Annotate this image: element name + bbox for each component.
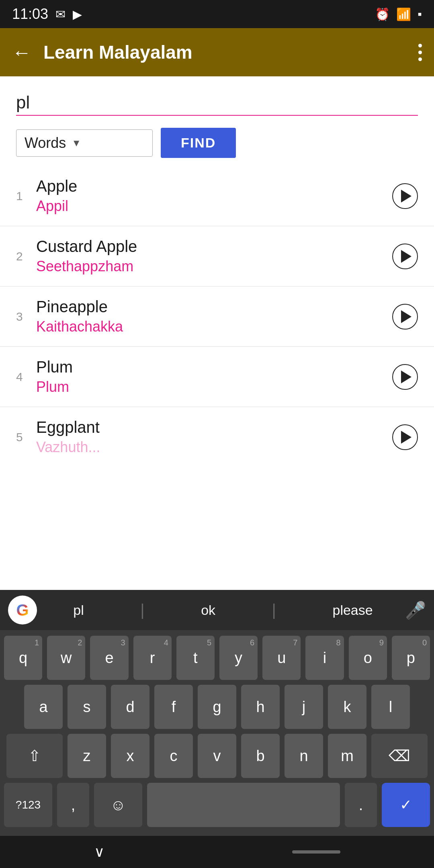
word-transliteration: Kaithachakka [36, 318, 392, 335]
search-input[interactable] [16, 92, 418, 113]
app-bar: ← Learn Malayalam [0, 28, 434, 76]
content-area: Words ▼ FIND 1 Apple Appil 2 Custard App… [0, 76, 434, 590]
word-transliteration: Appil [36, 198, 392, 215]
key-num: 2 [78, 638, 82, 647]
overflow-menu-button[interactable] [418, 44, 422, 61]
key-b[interactable]: b [241, 734, 280, 778]
key-p[interactable]: 0p [392, 636, 430, 680]
key-x[interactable]: x [111, 734, 149, 778]
word-text-wrap: Custard Apple Seethappzham [36, 237, 392, 275]
play-icon [401, 431, 411, 444]
key-h[interactable]: h [241, 685, 280, 729]
google-g-icon: G [16, 601, 29, 619]
word-text-wrap: Eggplant Vazhuth... [36, 418, 392, 456]
play-button[interactable] [392, 244, 418, 269]
key-w[interactable]: 2w [47, 636, 85, 680]
key-l[interactable]: l [371, 685, 410, 729]
suggestion-word-3[interactable]: please [332, 602, 373, 618]
list-item[interactable]: 4 Plum Plum [0, 347, 434, 407]
word-transliteration: Plum [36, 379, 392, 395]
search-input-wrap [16, 92, 418, 116]
key-i[interactable]: 8i [305, 636, 344, 680]
play-button[interactable] [392, 183, 418, 209]
suggestion-words: pl | ok | please [45, 601, 401, 619]
item-number: 2 [16, 250, 36, 263]
key-y[interactable]: 6y [219, 636, 258, 680]
keyboard-row-1: 1q 2w 3e 4r 5t 6y 7u 8i 9o 0p [4, 636, 430, 680]
play-button[interactable] [392, 424, 418, 450]
back-button[interactable]: ← [12, 41, 31, 63]
emoji-key[interactable]: ☺ [94, 783, 142, 827]
key-v[interactable]: v [198, 734, 236, 778]
backspace-key[interactable]: ⌫ [371, 734, 428, 778]
key-t[interactable]: 5t [176, 636, 215, 680]
key-num: 4 [164, 638, 168, 647]
play-button[interactable] [392, 304, 418, 330]
play-icon [401, 310, 411, 323]
key-z[interactable]: z [68, 734, 106, 778]
comma-key[interactable]: , [57, 783, 89, 827]
dropdown-label: Words [25, 135, 66, 151]
menu-dot [418, 44, 422, 47]
key-num: 8 [336, 638, 340, 647]
play-icon [401, 190, 411, 203]
keyboard-row-4: ?123 , ☺ . ✓ [4, 783, 430, 827]
shift-key[interactable]: ⇧ [6, 734, 63, 778]
find-button[interactable]: FIND [161, 128, 236, 158]
list-item[interactable]: 5 Eggplant Vazhuth... [0, 407, 434, 467]
suggestion-word-2[interactable]: ok [201, 602, 215, 618]
key-m[interactable]: m [328, 734, 366, 778]
category-dropdown[interactable]: Words ▼ [16, 129, 153, 157]
keyboard-row-2: a s d f g h j k l [4, 685, 430, 729]
list-item[interactable]: 2 Custard Apple Seethappzham [0, 226, 434, 287]
key-c[interactable]: c [154, 734, 193, 778]
chevron-down-icon: ▼ [72, 137, 81, 149]
key-j[interactable]: j [285, 685, 323, 729]
item-number: 3 [16, 310, 36, 323]
nav-down-icon[interactable]: ∨ [94, 843, 104, 860]
suggestion-bar: G pl | ok | please 🎤 [0, 590, 434, 630]
list-item[interactable]: 1 Apple Appil [0, 166, 434, 226]
period-key[interactable]: . [345, 783, 377, 827]
key-num: 6 [250, 638, 254, 647]
google-logo: G [8, 596, 37, 624]
app-title: Learn Malayalam [43, 41, 418, 63]
key-num: 5 [207, 638, 211, 647]
numbers-key[interactable]: ?123 [4, 783, 52, 827]
key-k[interactable]: k [328, 685, 366, 729]
word-english: Pineapple [36, 298, 392, 316]
filter-row: Words ▼ FIND [0, 120, 434, 166]
play-icon [401, 250, 411, 263]
key-d[interactable]: d [111, 685, 149, 729]
microphone-icon[interactable]: 🎤 [405, 600, 426, 620]
key-num: 7 [293, 638, 297, 647]
key-q[interactable]: 1q [4, 636, 42, 680]
key-e[interactable]: 3e [90, 636, 128, 680]
key-num: 9 [379, 638, 384, 647]
nav-home-pill[interactable] [292, 850, 340, 854]
item-number: 5 [16, 430, 36, 444]
key-g[interactable]: g [198, 685, 236, 729]
menu-dot [418, 57, 422, 61]
word-english: Eggplant [36, 418, 392, 436]
word-transliteration: Vazhuth... [36, 439, 392, 456]
suggestion-divider: | [272, 601, 276, 619]
word-transliteration: Seethappzham [36, 258, 392, 275]
key-s[interactable]: s [68, 685, 106, 729]
list-item[interactable]: 3 Pineapple Kaithachakka [0, 287, 434, 347]
enter-key[interactable]: ✓ [382, 783, 430, 827]
menu-dot [418, 51, 422, 54]
suggestion-word-1[interactable]: pl [73, 602, 84, 618]
key-r[interactable]: 4r [133, 636, 172, 680]
play-button[interactable] [392, 364, 418, 390]
battery-icon: ▪ [418, 7, 422, 21]
key-f[interactable]: f [154, 685, 193, 729]
word-text-wrap: Plum Plum [36, 358, 392, 395]
key-n[interactable]: n [285, 734, 323, 778]
key-o[interactable]: 9o [349, 636, 387, 680]
status-bar: 11:03 ✉ ▶ ⏰ 📶 ▪ [0, 0, 434, 28]
key-a[interactable]: a [24, 685, 63, 729]
space-key[interactable] [147, 783, 340, 827]
key-u[interactable]: 7u [262, 636, 301, 680]
word-list: 1 Apple Appil 2 Custard Apple Seethappzh… [0, 166, 434, 590]
